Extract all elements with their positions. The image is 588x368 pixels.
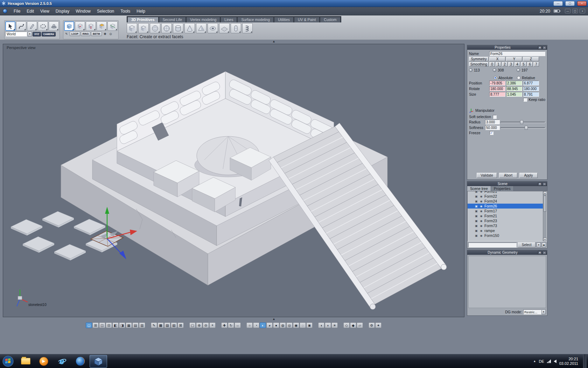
title-bar[interactable]: Hexagon Version 2.5.0.5 — ▢ ×	[0, 0, 588, 7]
keep-ratio-checkbox[interactable]	[523, 98, 527, 102]
position-z-input[interactable]	[523, 81, 539, 86]
language-indicator[interactable]: DE	[539, 359, 544, 363]
rotate-z-input[interactable]	[523, 86, 539, 91]
panel-collapse-icon[interactable]: ▼	[538, 46, 542, 49]
geosphere-primitive-icon[interactable]	[161, 23, 172, 33]
tray-clock[interactable]: 20:21 03.02.2011	[559, 357, 580, 366]
menu-window[interactable]: Window	[73, 8, 93, 14]
absolute-radio[interactable]	[493, 76, 497, 80]
quad-view-icon[interactable]: ⊞	[92, 322, 99, 328]
taskbar-ie-button[interactable]: e	[53, 355, 71, 368]
pyramid-primitive-icon[interactable]	[196, 23, 206, 33]
child-close-button[interactable]: ×	[580, 9, 585, 13]
edit-pencil-icon[interactable]: ✎	[64, 32, 69, 36]
app-logo-icon[interactable]	[3, 9, 7, 13]
three-pane-right-icon[interactable]: ◨	[119, 322, 125, 328]
panel-close-icon[interactable]: ×	[542, 46, 546, 49]
tray-expand-icon[interactable]: ▲	[533, 360, 536, 363]
visibility-icon[interactable]: ◉	[479, 205, 483, 208]
cube-primitive-icon[interactable]	[127, 23, 137, 33]
smoothing-level-2[interactable]: 2	[502, 62, 507, 67]
taskbar-hexagon-button[interactable]	[90, 355, 107, 368]
panel-close-icon[interactable]: ×	[542, 251, 546, 254]
uv-mode-button[interactable]	[107, 21, 118, 31]
split-vertical-icon[interactable]: ⊟	[106, 322, 112, 328]
visibility-icon[interactable]: ◉	[479, 229, 483, 232]
symmetry-button[interactable]: Symmetry	[469, 57, 489, 61]
rotate-x-input[interactable]	[489, 86, 505, 91]
wide-view-icon[interactable]: ▤	[132, 322, 139, 328]
menu-view[interactable]: View	[37, 8, 52, 14]
point-mode-button[interactable]	[75, 21, 85, 31]
scroll-down-icon[interactable]: ▼	[543, 238, 547, 241]
texture-shade-icon[interactable]: ▨	[164, 322, 170, 328]
zoom-out-icon[interactable]: ⊖	[203, 322, 209, 328]
z-axis-arrow[interactable]	[119, 251, 126, 259]
visibility-icon[interactable]: ◉	[479, 191, 483, 193]
rotate-tool-icon[interactable]: ↻	[228, 322, 234, 328]
visibility-icon[interactable]: ◉	[479, 200, 483, 203]
select-button[interactable]: Select	[518, 242, 536, 247]
chamferbox-primitive-icon[interactable]	[138, 23, 149, 33]
face-mode-button[interactable]	[97, 21, 107, 31]
sun-light-icon[interactable]: ☀	[331, 322, 338, 328]
zoom-in-icon[interactable]: ⊕	[196, 322, 202, 328]
smoothing-level-5[interactable]: 5	[521, 62, 526, 67]
capsule-primitive-icon[interactable]	[231, 23, 241, 33]
scene-extra-button-1[interactable]: ▼	[537, 243, 541, 247]
window-maximize-button[interactable]: ▢	[565, 1, 575, 6]
z-axis-header[interactable]: Z	[523, 57, 539, 61]
scene-tree-item[interactable]: ▣◉Form21	[468, 213, 543, 218]
shade-wire-icon[interactable]: ◍	[280, 322, 286, 328]
xyz-axis-button[interactable]: XYZ	[33, 32, 41, 36]
scene-tree-item[interactable]: ▣◉Form22	[468, 194, 543, 199]
scene-tree-item[interactable]: ▣◉Form23	[468, 218, 543, 223]
zoom-fit-icon[interactable]: ⌖	[209, 322, 216, 328]
show-solid-icon[interactable]: ◆	[350, 322, 356, 328]
scene-tree-item[interactable]: ▣◉Form150	[468, 233, 543, 238]
radius-input[interactable]	[485, 120, 500, 124]
rotate-y-input[interactable]	[506, 86, 522, 91]
curve-tool-button[interactable]	[16, 21, 26, 31]
panel-close-icon[interactable]: ×	[542, 182, 546, 186]
smoothing-level-0[interactable]: 0	[489, 62, 495, 67]
tab-lines[interactable]: Lines	[220, 17, 237, 22]
dg-mode-select[interactable]: Restric... ▼	[523, 309, 546, 314]
scene-panel-header[interactable]: Scene ▼ ×	[467, 182, 547, 186]
knife-tool-button[interactable]	[27, 21, 37, 31]
menu-selection[interactable]: Selection	[94, 8, 117, 14]
tab-surface-modeling[interactable]: Surface modeling	[237, 17, 274, 22]
viewport-canvas[interactable]	[3, 44, 464, 317]
grow-selection-icon[interactable]: ✚	[103, 32, 107, 36]
scene-tree-item[interactable]: ▣◉Form17	[468, 209, 543, 213]
texture-diagonal-icon[interactable]: ▧	[171, 322, 177, 328]
menu-edit[interactable]: Edit	[24, 8, 37, 14]
visibility-icon[interactable]: ◉	[479, 219, 483, 223]
y-axis-header[interactable]: Y	[506, 57, 522, 61]
size-z-input[interactable]	[523, 92, 539, 97]
tab-second-life[interactable]: Second Life	[159, 17, 186, 22]
x-axis-header[interactable]: X	[489, 57, 505, 61]
smooth-shade-icon[interactable]: ◕	[266, 322, 273, 328]
settings-gear-icon[interactable]: ⚙	[369, 322, 375, 328]
scroll-up-icon[interactable]: ▲	[543, 191, 547, 195]
marquee-zoom-icon[interactable]: ▢	[189, 322, 196, 328]
menu-display[interactable]: Display	[53, 8, 72, 14]
show-grid-icon[interactable]: ◇	[343, 322, 350, 328]
grid-view-icon[interactable]: ▦	[126, 322, 132, 328]
bottom-splitter-handle[interactable]: ▲	[272, 318, 275, 321]
position-x-input[interactable]	[489, 81, 505, 86]
coordinate-space-dropdown-icon[interactable]: ▼	[28, 32, 32, 36]
points-shade-icon[interactable]: ◌	[300, 322, 306, 328]
scene-scrollbar[interactable]: ▲ ▼	[543, 191, 547, 241]
taskbar-explorer-button[interactable]	[17, 355, 34, 368]
hidden-line-icon[interactable]: ◔	[253, 322, 259, 328]
camera-space-button[interactable]: CAMERA	[42, 32, 56, 36]
visibility-icon[interactable]: ◉	[479, 224, 483, 227]
helix-primitive-icon[interactable]	[242, 23, 253, 33]
tab-scene-tree[interactable]: Scene tree	[467, 186, 491, 191]
position-y-input[interactable]	[506, 81, 522, 86]
split-horizontal-icon[interactable]: ◫	[99, 322, 105, 328]
smoothing-level-3[interactable]: 3	[508, 62, 514, 67]
abort-button[interactable]: Abort	[499, 173, 517, 178]
